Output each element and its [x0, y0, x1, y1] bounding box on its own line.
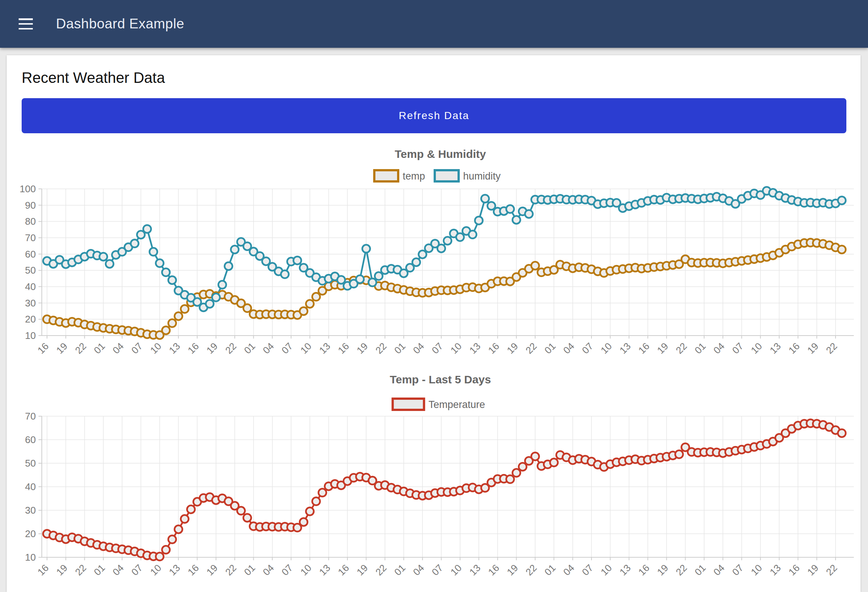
- temp-humidity-chart: Temp & Humiditytemphumidity1009080706050…: [14, 146, 846, 368]
- menu-icon[interactable]: [19, 18, 33, 30]
- humidity-point[interactable]: [444, 237, 452, 245]
- Temperature-point[interactable]: [318, 489, 326, 496]
- chart-title: Temp - Last 5 Days: [390, 373, 491, 385]
- humidity-point[interactable]: [131, 240, 139, 248]
- Temperature-point[interactable]: [512, 469, 520, 477]
- temp-point[interactable]: [306, 300, 314, 307]
- x-tick-label: 13: [768, 562, 783, 578]
- humidity-point[interactable]: [456, 233, 464, 241]
- humidity-point[interactable]: [412, 258, 420, 266]
- humidity-point[interactable]: [150, 248, 158, 256]
- Temperature-point[interactable]: [531, 452, 539, 460]
- humidity-point[interactable]: [224, 263, 232, 270]
- Temperature-point[interactable]: [237, 507, 245, 515]
- legend-swatch[interactable]: [435, 170, 459, 182]
- humidity-point[interactable]: [469, 231, 477, 239]
- Temperature-point[interactable]: [156, 553, 164, 561]
- Temperature-point[interactable]: [312, 498, 320, 505]
- humidity-point[interactable]: [369, 279, 376, 286]
- x-tick-label: 22: [73, 562, 89, 578]
- temp-point[interactable]: [168, 319, 176, 327]
- x-tick-label: 13: [617, 562, 633, 578]
- x-tick-label: 19: [655, 340, 670, 356]
- x-tick-label: 01: [92, 340, 108, 356]
- x-tick-label: 10: [448, 340, 464, 356]
- Temperature-point[interactable]: [168, 536, 176, 543]
- humidity-point[interactable]: [106, 260, 114, 268]
- humidity-point[interactable]: [375, 272, 382, 280]
- humidity-point[interactable]: [506, 205, 514, 213]
- humidity-point[interactable]: [481, 195, 489, 203]
- legend-label[interactable]: Temperature: [428, 399, 485, 410]
- temp-point[interactable]: [531, 262, 539, 270]
- humidity-point[interactable]: [231, 246, 239, 254]
- Temperature-point[interactable]: [175, 526, 183, 533]
- x-tick-label: 16: [186, 562, 201, 578]
- humidity-point[interactable]: [419, 251, 427, 258]
- humidity-point[interactable]: [362, 245, 370, 253]
- y-tick-label: 10: [25, 330, 36, 341]
- humidity-point[interactable]: [168, 276, 176, 284]
- x-tick-label: 10: [599, 562, 614, 578]
- x-tick-label: 13: [617, 340, 633, 356]
- x-tick-label: 07: [430, 562, 445, 578]
- humidity-point[interactable]: [143, 225, 151, 233]
- y-tick-label: 50: [25, 458, 36, 469]
- Temperature-point[interactable]: [187, 505, 195, 513]
- legend-label[interactable]: temp: [403, 171, 425, 182]
- humidity-point[interactable]: [337, 276, 345, 284]
- x-tick-label: 22: [373, 340, 389, 356]
- humidity-point[interactable]: [512, 216, 520, 224]
- x-tick-label: 19: [505, 340, 520, 356]
- Temperature-point[interactable]: [243, 514, 251, 522]
- x-tick-label: 19: [805, 340, 821, 356]
- legend-swatch[interactable]: [393, 399, 424, 410]
- y-tick-label: 80: [25, 216, 36, 227]
- x-tick-label: 19: [354, 340, 370, 356]
- temp-point[interactable]: [162, 326, 170, 334]
- humidity-point[interactable]: [206, 300, 214, 307]
- y-tick-label: 40: [25, 481, 36, 492]
- humidity-point[interactable]: [356, 275, 364, 283]
- x-tick-label: 07: [730, 562, 745, 578]
- Temperature-point[interactable]: [162, 546, 170, 554]
- humidity-point[interactable]: [212, 294, 220, 301]
- humidity-point[interactable]: [475, 217, 483, 224]
- temp-point[interactable]: [181, 305, 189, 313]
- Temperature-point[interactable]: [181, 515, 189, 523]
- humidity-point[interactable]: [156, 260, 164, 267]
- temp-point[interactable]: [838, 246, 846, 254]
- Temperature-point[interactable]: [550, 459, 558, 467]
- temp-point[interactable]: [175, 312, 183, 320]
- chart-title: Temp & Humidity: [395, 148, 486, 160]
- refresh-data-button[interactable]: Refresh Data: [22, 98, 846, 133]
- x-tick-label: 01: [242, 340, 257, 356]
- x-tick-label: 04: [111, 340, 126, 356]
- x-tick-label: 16: [786, 562, 802, 578]
- x-tick-label: 22: [824, 562, 840, 578]
- legend-swatch[interactable]: [374, 170, 398, 182]
- humidity-point[interactable]: [838, 197, 846, 205]
- x-tick-label: 07: [279, 340, 295, 356]
- humidity-point[interactable]: [281, 270, 289, 278]
- humidity-point[interactable]: [525, 210, 533, 218]
- Temperature-point[interactable]: [506, 475, 514, 483]
- humidity-point[interactable]: [162, 269, 170, 276]
- Temperature-point[interactable]: [300, 518, 307, 526]
- app-title: Dashboard Example: [56, 16, 185, 32]
- x-tick-label: 04: [561, 340, 577, 356]
- x-tick-label: 13: [467, 340, 483, 356]
- legend-label[interactable]: humidity: [463, 171, 501, 182]
- temp-point[interactable]: [312, 293, 320, 301]
- temp-point[interactable]: [300, 307, 307, 315]
- humidity-point[interactable]: [99, 253, 107, 261]
- y-tick-label: 40: [25, 281, 36, 292]
- humidity-point[interactable]: [218, 281, 226, 289]
- Temperature-point[interactable]: [838, 429, 846, 437]
- humidity-point[interactable]: [293, 257, 301, 264]
- x-tick-label: 19: [805, 562, 821, 578]
- humidity-point[interactable]: [437, 245, 445, 252]
- Temperature-point[interactable]: [306, 508, 314, 515]
- Temperature-point[interactable]: [675, 450, 683, 458]
- x-tick-label: 13: [167, 340, 183, 356]
